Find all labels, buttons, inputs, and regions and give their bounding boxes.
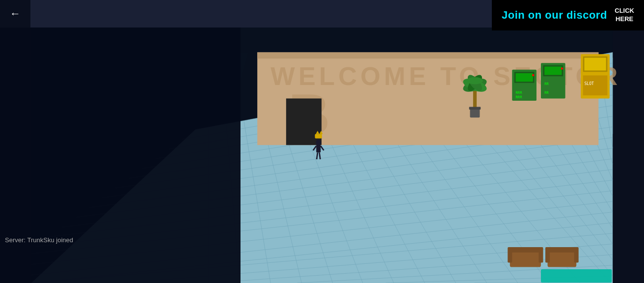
svg-point-83 <box>316 140 321 145</box>
svg-line-88 <box>320 153 321 160</box>
svg-rect-63 <box>544 66 562 75</box>
svg-rect-79 <box>469 107 481 110</box>
svg-rect-91 <box>508 247 512 263</box>
svg-rect-69 <box>584 57 606 70</box>
server-label: Server: <box>5 236 26 244</box>
here-label: HERE <box>615 15 634 24</box>
svg-rect-64 <box>561 67 564 70</box>
svg-marker-51 <box>257 53 598 59</box>
svg-rect-90 <box>510 247 541 253</box>
click-label: CLICK <box>615 7 634 15</box>
back-arrow-icon: ← <box>10 7 21 20</box>
svg-rect-97 <box>541 269 612 283</box>
discord-join-text: Join on our discord <box>502 9 607 22</box>
svg-rect-92 <box>538 247 543 263</box>
svg-rect-78 <box>470 109 480 117</box>
left-panel <box>0 28 241 283</box>
svg-line-87 <box>317 153 318 160</box>
chat-log: Server: TrunkSku joined <box>5 236 73 244</box>
svg-rect-96 <box>574 247 579 263</box>
svg-rect-57 <box>516 73 533 82</box>
discord-banner[interactable]: Join on our discord CLICK HERE <box>492 0 644 30</box>
svg-rect-58 <box>532 74 535 77</box>
svg-rect-80 <box>315 134 322 139</box>
svg-text:RRR: RRR <box>516 95 523 99</box>
svg-rect-84 <box>316 144 321 152</box>
click-here-button[interactable]: CLICK HERE <box>615 7 634 24</box>
svg-point-77 <box>467 77 483 84</box>
svg-text:RR: RR <box>544 90 549 95</box>
back-button[interactable]: ← <box>0 0 30 28</box>
server-join-message: TrunkSku joined <box>27 236 73 244</box>
svg-text:RR: RR <box>544 82 549 86</box>
svg-rect-94 <box>548 247 577 253</box>
svg-text:SLOT: SLOT <box>584 81 594 86</box>
server-message: Server: TrunkSku joined <box>5 236 73 244</box>
svg-rect-95 <box>545 247 550 263</box>
